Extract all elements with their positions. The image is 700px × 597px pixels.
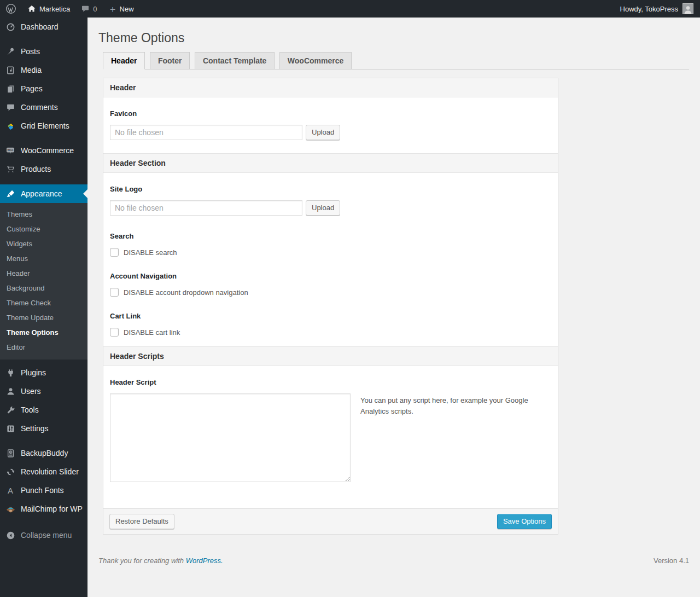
sidebar-item-label: Dashboard (21, 22, 59, 31)
cart-link-label: Cart Link (110, 297, 551, 320)
cart-icon (4, 165, 16, 174)
site-link[interactable]: Marketica (22, 0, 75, 18)
sidebar-item-woocommerce[interactable]: Woo WooCommerce (0, 141, 88, 160)
section-header-header: Header (103, 78, 558, 97)
submenu-item-header[interactable]: Header (0, 266, 88, 281)
submenu-item-editor[interactable]: Editor (0, 340, 88, 355)
footer-version: Version 4.1 (654, 557, 689, 565)
sidebar-item-products[interactable]: Products (0, 160, 88, 178)
disable-search-checkbox[interactable] (110, 248, 119, 257)
plus-icon: ＋ (108, 4, 118, 14)
comments-icon (4, 103, 16, 112)
letter-a-icon: A (4, 486, 16, 495)
appearance-submenu: Themes Customize Widgets Menus Header Ba… (0, 203, 88, 360)
sidebar-item-appearance[interactable]: Appearance (0, 184, 88, 203)
header-script-textarea[interactable] (110, 393, 351, 482)
paintbrush-icon (4, 189, 16, 199)
admin-bar: Marketica 0 ＋ New Howdy, TokoPress (0, 0, 700, 18)
dashboard-icon (4, 22, 16, 32)
site-logo-upload-button[interactable]: Upload (306, 200, 340, 216)
sidebar-item-tools[interactable]: Tools (0, 401, 88, 419)
sidebar-item-grid-elements[interactable]: Grid Elements (0, 117, 88, 135)
submenu-item-themes[interactable]: Themes (0, 207, 88, 222)
tab-footer[interactable]: Footer (150, 52, 190, 69)
section-body-header: Favicon Upload (103, 97, 558, 153)
admin-sidebar: Dashboard Posts Media Pages (0, 18, 88, 597)
sidebar-item-label: Revolution Slider (21, 467, 79, 476)
sidebar-item-settings[interactable]: Settings (0, 419, 88, 438)
svg-text:Woo: Woo (8, 148, 14, 152)
pushpin-icon (4, 47, 16, 56)
sidebar-item-mailchimp[interactable]: MailChimp for WP (0, 500, 88, 518)
sidebar-item-label: Appearance (21, 189, 62, 198)
collapse-arrow-icon (4, 531, 16, 540)
sidebar-item-label: Comments (21, 103, 58, 112)
wordpress-logo-icon (5, 3, 16, 14)
comment-count: 0 (93, 5, 97, 13)
section-body-header-section: Site Logo Upload Search DISABLE search A… (103, 173, 558, 346)
settings-icon (4, 424, 16, 433)
plugin-icon (4, 368, 16, 378)
wordpress-logo-menu[interactable] (0, 0, 22, 18)
comments-pending[interactable]: 0 (75, 0, 102, 18)
submenu-item-menus[interactable]: Menus (0, 251, 88, 266)
sidebar-item-label: MailChimp for WP (21, 505, 83, 513)
favicon-upload-button[interactable]: Upload (306, 125, 340, 140)
new-content-menu[interactable]: ＋ New (103, 0, 139, 18)
sidebar-item-dashboard[interactable]: Dashboard (0, 18, 88, 36)
sidebar-item-users[interactable]: Users (0, 382, 88, 401)
site-logo-file-input[interactable] (110, 200, 302, 216)
section-header-header-section: Header Section (103, 153, 558, 173)
tab-contact-template[interactable]: Contact Template (195, 52, 275, 69)
sidebar-item-backupbuddy[interactable]: BackupBuddy (0, 444, 88, 462)
sidebar-item-label: BackupBuddy (21, 449, 68, 457)
footer-thanks-text: Thank you for creating with (98, 557, 184, 565)
sidebar-item-label: Posts (21, 47, 40, 56)
sidebar-item-collapse-menu[interactable]: Collapse menu (0, 526, 88, 544)
submenu-item-theme-update[interactable]: Theme Update (0, 310, 88, 325)
sidebar-item-label: Plugins (21, 368, 46, 377)
sidebar-item-label: Products (21, 165, 51, 173)
sidebar-item-plugins[interactable]: Plugins (0, 363, 88, 382)
sidebar-item-punch-fonts[interactable]: A Punch Fonts (0, 481, 88, 500)
favicon-file-input[interactable] (110, 125, 302, 140)
site-name: Marketica (39, 5, 70, 13)
tab-header[interactable]: Header (103, 52, 145, 69)
disable-cart-link-label[interactable]: DISABLE cart link (124, 328, 180, 337)
search-label: Search (110, 216, 551, 240)
tab-bar: Header Footer Contact Template WooCommer… (103, 52, 689, 69)
wordpress-link[interactable]: WordPress. (186, 557, 223, 565)
footer-thanks: Thank you for creating with WordPress. (98, 557, 223, 565)
disable-account-nav-label[interactable]: DISABLE account dropdown navigation (124, 288, 248, 297)
disable-search-label[interactable]: DISABLE search (124, 248, 177, 257)
section-body-header-scripts: Header Script You can put any script her… (103, 366, 558, 508)
account-menu[interactable]: Howdy, TokoPress (620, 3, 700, 14)
disable-account-nav-checkbox[interactable] (110, 288, 119, 297)
sidebar-item-comments[interactable]: Comments (0, 98, 88, 117)
pages-icon (4, 84, 16, 94)
section-header-header-scripts: Header Scripts (103, 346, 558, 366)
sidebar-item-revolution-slider[interactable]: Revolution Slider (0, 462, 88, 481)
restore-defaults-button[interactable]: Restore Defaults (109, 514, 174, 529)
sidebar-item-label: WooCommerce (21, 146, 74, 155)
wrench-icon (4, 405, 16, 415)
save-options-button[interactable]: Save Options (497, 514, 552, 529)
submenu-item-background[interactable]: Background (0, 281, 88, 295)
sidebar-item-label: Collapse menu (21, 531, 72, 540)
sidebar-item-media[interactable]: Media (0, 61, 88, 79)
submenu-item-widgets[interactable]: Widgets (0, 236, 88, 251)
sidebar-item-label: Punch Fonts (21, 486, 64, 495)
sidebar-item-posts[interactable]: Posts (0, 42, 88, 61)
favicon-label: Favicon (110, 97, 551, 118)
tab-woocommerce[interactable]: WooCommerce (279, 52, 352, 69)
new-label: New (120, 5, 134, 13)
submenu-item-customize[interactable]: Customize (0, 222, 88, 236)
sidebar-item-label: Tools (21, 405, 39, 414)
account-navigation-label: Account Navigation (110, 257, 551, 280)
submenu-item-theme-options[interactable]: Theme Options (0, 325, 88, 340)
submenu-item-theme-check[interactable]: Theme Check (0, 295, 88, 310)
sidebar-item-label: Pages (21, 84, 43, 93)
avatar (682, 3, 693, 14)
disable-cart-link-checkbox[interactable] (110, 328, 119, 337)
sidebar-item-pages[interactable]: Pages (0, 79, 88, 98)
